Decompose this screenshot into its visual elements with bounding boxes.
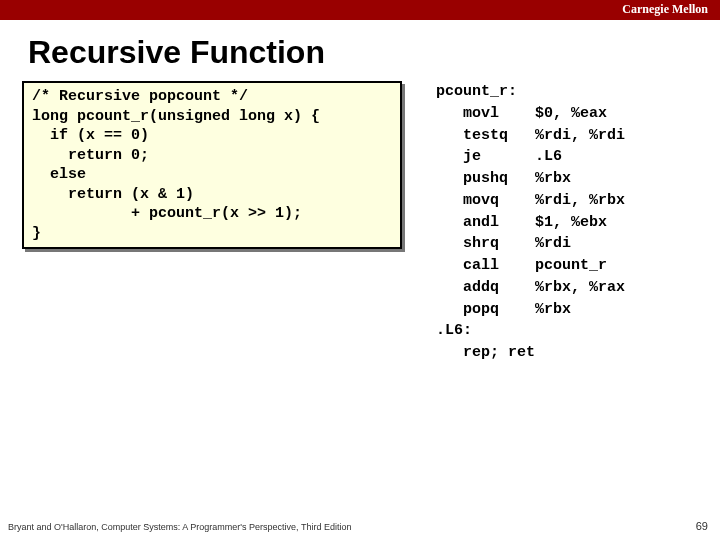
c-code: /* Recursive popcount */ long pcount_r(u… [22, 81, 402, 249]
slide-title: Recursive Function [28, 34, 720, 71]
footer-citation: Bryant and O'Hallaron, Computer Systems:… [8, 522, 351, 532]
page-number: 69 [696, 520, 708, 532]
top-bar: Carnegie Mellon [0, 0, 720, 20]
brand: Carnegie Mellon [622, 2, 708, 16]
asm-code: pcount_r: movl $0, %eax testq %rdi, %rdi… [436, 81, 625, 364]
content-row: /* Recursive popcount */ long pcount_r(u… [0, 81, 720, 364]
